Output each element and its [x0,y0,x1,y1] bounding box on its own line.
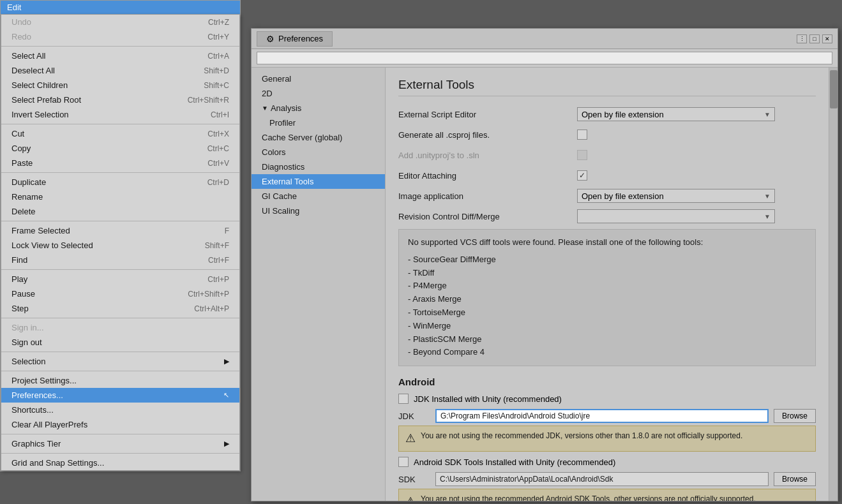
cursor-indicator: ↖ [223,391,229,399]
sidebar-item-ui-scaling[interactable]: UI Scaling [252,204,385,218]
sdk-checkbox-label: Android SDK Tools Installed with Unity (… [414,457,615,467]
prefs-window-controls: ⋮ □ ✕ [797,34,832,43]
sidebar-item-cache-server[interactable]: Cache Server (global) [252,130,385,145]
menu-item-grid-snap[interactable]: Grid and Snap Settings... [1,456,239,470]
sdk-browse-button[interactable]: Browse [774,472,816,486]
menu-separator-8 [1,371,239,371]
menu-separator-3 [1,172,239,173]
section-title: External Tools [398,78,816,96]
prefs-scrollbar[interactable] [829,68,838,501]
android-title: Android [398,376,816,387]
sidebar-item-gi-cache[interactable]: GI Cache [252,189,385,204]
sdk-checkbox-row: Android SDK Tools Installed with Unity (… [398,457,816,467]
editor-attaching-label: Editor Attaching [398,171,577,181]
sdk-warning-box: ⚠ You are not using the recommended Andr… [398,489,816,501]
menu-item-select-all[interactable]: Select All Ctrl+A [1,48,239,63]
sidebar-item-general[interactable]: General [252,71,385,86]
jdk-installed-checkbox[interactable] [398,394,409,404]
vcs-tool-4: - Araxis Merge [408,293,806,306]
prefs-titlebar: ⚙ Preferences ⋮ □ ✕ [252,29,838,49]
menu-separator-1 [1,46,239,47]
menu-item-preferences[interactable]: Preferences... ↖ [1,388,239,403]
preferences-window: ⚙ Preferences ⋮ □ ✕ General 2D ▼ Analysi… [251,28,838,501]
menu-separator-10 [1,453,239,454]
menu-item-graphics-tier[interactable]: Graphics Tier ▶ [1,436,239,451]
vcs-tool-6: - WinMerge [408,320,806,333]
analysis-arrow-icon: ▼ [262,105,268,112]
image-application-label: Image application [398,191,577,201]
jdk-path-row: JDK Browse [398,409,816,423]
window-close-btn[interactable]: ✕ [822,34,832,43]
revision-control-dropdown[interactable]: ▼ [577,209,775,223]
menu-item-undo[interactable]: Undo Ctrl+Z [1,15,239,29]
menu-item-rename[interactable]: Rename [1,189,239,204]
vcs-tool-2: - TkDiff [408,267,806,280]
edit-menu-title[interactable]: Edit [1,1,240,14]
prefs-search-bar [252,49,838,68]
menu-item-invert-selection[interactable]: Invert Selection Ctrl+I [1,107,239,122]
generate-csproj-checkbox[interactable] [577,130,587,140]
menu-item-selection[interactable]: Selection ▶ [1,354,239,369]
revision-control-control: ▼ [577,209,816,223]
warning-icon-2: ⚠ [405,493,416,501]
edit-menu-dropdown: Undo Ctrl+Z Redo Ctrl+Y Select All Ctrl+… [1,14,240,471]
menu-item-clear-playerprefs[interactable]: Clear All PlayerPrefs [1,417,239,432]
menu-item-project-settings[interactable]: Project Settings... [1,373,239,388]
menu-item-redo[interactable]: Redo Ctrl+Y [1,29,239,44]
sidebar-item-2d[interactable]: 2D [252,86,385,101]
menu-item-shortcuts[interactable]: Shortcuts... [1,403,239,417]
generate-csproj-row: Generate all .csproj files. [398,127,816,142]
sdk-installed-checkbox[interactable] [398,457,409,467]
menu-item-select-prefab-root[interactable]: Select Prefab Root Ctrl+Shift+R [1,93,239,107]
menu-item-duplicate[interactable]: Duplicate Ctrl+D [1,175,239,189]
menu-item-lock-view[interactable]: Lock View to Selected Shift+F [1,238,239,253]
dropdown-arrow-icon: ▼ [764,111,771,118]
menu-item-deselect-all[interactable]: Deselect All Shift+D [1,63,239,78]
sidebar-item-external-tools[interactable]: External Tools [252,174,385,189]
menu-item-paste[interactable]: Paste Ctrl+V [1,156,239,170]
menu-item-play[interactable]: Play Ctrl+P [1,272,239,286]
add-unityprojsln-checkbox[interactable] [577,150,587,160]
window-menu-btn[interactable]: ⋮ [797,34,807,43]
menu-separator-6 [1,318,239,318]
external-script-editor-row: External Script Editor Open by file exte… [398,107,816,122]
sdk-path-row: SDK Browse [398,472,816,486]
vcs-message-header: No supported VCS diff tools were found. … [408,236,806,249]
menu-separator-9 [1,434,239,434]
editor-attaching-checkbox[interactable] [577,170,587,181]
external-script-editor-dropdown[interactable]: Open by file extension ▼ [577,107,775,121]
jdk-browse-button[interactable]: Browse [774,409,816,423]
gear-icon: ⚙ [266,34,274,44]
menu-item-frame-selected[interactable]: Frame Selected F [1,223,239,238]
external-script-editor-control: Open by file extension ▼ [577,107,816,121]
warning-icon-1: ⚠ [405,430,416,447]
prefs-tab[interactable]: ⚙ Preferences [257,31,333,47]
image-application-dropdown[interactable]: Open by file extension ▼ [577,189,775,203]
menu-separator-7 [1,352,239,352]
prefs-content: External Tools External Script Editor Op… [386,68,829,501]
sidebar-item-diagnostics[interactable]: Diagnostics [252,159,385,174]
scrollbar-thumb[interactable] [830,70,838,108]
sdk-path-input[interactable] [435,472,769,486]
image-application-row: Image application Open by file extension… [398,188,816,204]
menu-item-copy[interactable]: Copy Ctrl+C [1,141,239,156]
menu-item-sign-in[interactable]: Sign in... [1,320,239,335]
vcs-tool-5: - TortoiseMerge [408,306,806,320]
jdk-path-input[interactable] [435,409,769,423]
menu-item-select-children[interactable]: Select Children Shift+C [1,78,239,93]
menu-item-step[interactable]: Step Ctrl+Alt+P [1,301,239,316]
menu-item-pause[interactable]: Pause Ctrl+Shift+P [1,286,239,301]
revision-control-row: Revision Control Diff/Merge ▼ [398,209,816,224]
dropdown-arrow-icon-2: ▼ [764,193,771,200]
menu-item-find[interactable]: Find Ctrl+F [1,253,239,267]
prefs-sidebar: General 2D ▼ Analysis Profiler Cache Ser… [252,68,386,501]
menu-item-cut[interactable]: Cut Ctrl+X [1,126,239,141]
sidebar-item-analysis[interactable]: ▼ Analysis [252,101,385,115]
menu-item-sign-out[interactable]: Sign out [1,335,239,350]
menu-item-delete[interactable]: Delete [1,204,239,219]
window-restore-btn[interactable]: □ [809,34,820,43]
prefs-search-input[interactable] [257,52,832,64]
sidebar-item-profiler[interactable]: Profiler [252,115,385,130]
sidebar-item-colors[interactable]: Colors [252,145,385,159]
vcs-message-box: No supported VCS diff tools were found. … [398,229,816,366]
